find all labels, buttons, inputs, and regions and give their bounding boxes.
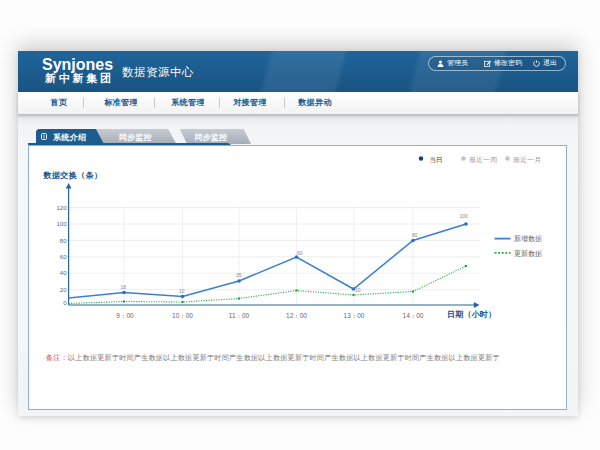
- svg-text:日期（小时）: 日期（小时）: [447, 310, 496, 319]
- svg-text:0: 0: [63, 300, 67, 306]
- svg-text:11：00: 11：00: [229, 312, 250, 319]
- svg-text:18: 18: [121, 284, 127, 290]
- svg-text:数据交换（条）: 数据交换（条）: [43, 171, 103, 180]
- svg-text:9：00: 9：00: [116, 312, 134, 319]
- svg-text:35: 35: [236, 272, 242, 278]
- svg-text:100: 100: [460, 213, 469, 219]
- svg-text:最近一月: 最近一月: [513, 156, 541, 164]
- svg-text:20: 20: [60, 287, 67, 293]
- svg-text:100: 100: [56, 221, 67, 227]
- svg-text:当日: 当日: [430, 156, 443, 163]
- svg-text:40: 40: [60, 270, 67, 276]
- svg-text:更新数据: 更新数据: [514, 249, 542, 258]
- svg-text:60: 60: [297, 250, 303, 256]
- svg-text:10: 10: [179, 288, 185, 294]
- svg-text:10：00: 10：00: [172, 312, 193, 319]
- svg-text:13：00: 13：00: [344, 312, 365, 319]
- svg-text:最近一周: 最近一周: [469, 156, 497, 163]
- svg-text:新增数据: 新增数据: [514, 234, 542, 243]
- svg-text:60: 60: [60, 254, 67, 260]
- svg-text:10: 10: [355, 287, 361, 293]
- svg-text:80: 80: [60, 238, 67, 244]
- svg-text:80: 80: [412, 232, 418, 238]
- svg-text:120: 120: [56, 205, 67, 211]
- svg-text:14：00: 14：00: [403, 312, 424, 319]
- svg-text:12：00: 12：00: [286, 312, 307, 319]
